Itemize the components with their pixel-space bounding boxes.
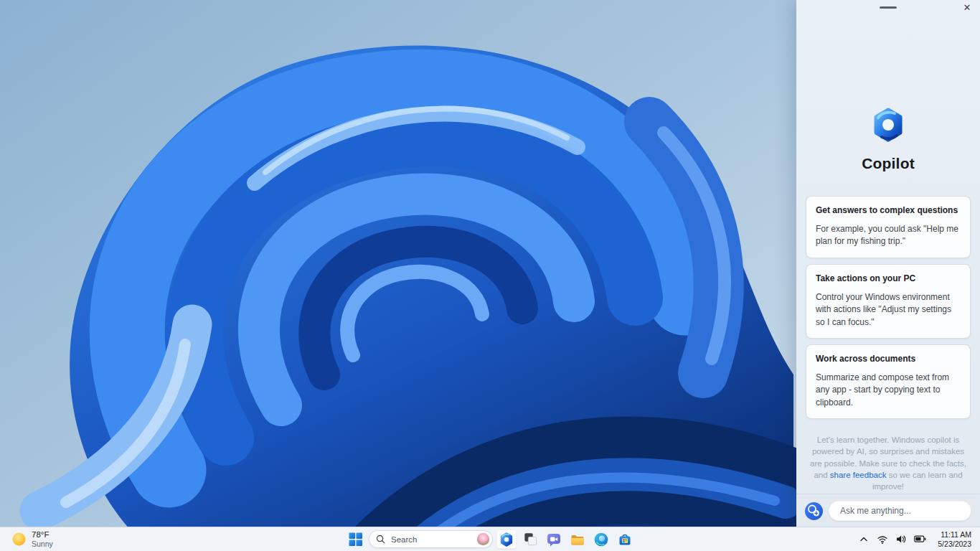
search-input[interactable] — [390, 534, 473, 545]
card-complex-questions[interactable]: Get answers to complex questions For exa… — [806, 196, 971, 258]
system-tray: 11:11 AM 5/23/2023 — [856, 527, 976, 551]
tray-chevron-button[interactable] — [856, 531, 872, 548]
weather-text: 78°F Sunny — [32, 530, 53, 547]
task-view-button[interactable] — [520, 529, 540, 549]
clock[interactable]: 11:11 AM 5/23/2023 — [933, 529, 976, 549]
card-work-documents[interactable]: Work across documents Summarize and comp… — [806, 344, 971, 419]
weather-widget[interactable]: 78°F Sunny — [7, 527, 57, 551]
wifi-icon — [877, 534, 888, 545]
chat-button[interactable] — [544, 529, 564, 549]
panel-title: Copilot — [796, 155, 980, 172]
chevron-up-icon — [859, 535, 868, 543]
minimize-icon[interactable] — [880, 6, 897, 9]
card-body: Summarize and compose text from any app … — [816, 372, 961, 409]
windows-start-icon — [349, 532, 362, 546]
taskbar-copilot-button[interactable] — [496, 529, 517, 549]
suggestion-cards: Get answers to complex questions For exa… — [796, 196, 980, 419]
weather-condition: Sunny — [32, 540, 53, 548]
file-explorer-icon — [570, 532, 585, 547]
edge-button[interactable] — [591, 529, 611, 549]
card-body: For example, you could ask "Help me plan… — [816, 223, 961, 248]
bloom-wallpaper-art — [0, 0, 796, 551]
edge-icon — [594, 532, 608, 547]
lotus-flower-badge[interactable] — [477, 533, 489, 545]
volume-button[interactable] — [893, 531, 909, 548]
weather-temperature: 78°F — [32, 530, 53, 539]
card-title: Take actions on your PC — [816, 273, 961, 283]
copilot-panel: ✕ Copilot Get answers to complex questio… — [796, 0, 980, 527]
panel-hero: Copilot — [796, 16, 980, 172]
close-icon[interactable]: ✕ — [960, 1, 974, 14]
store-button[interactable] — [615, 529, 635, 549]
search-icon — [376, 534, 385, 544]
taskbar: 78°F Sunny — [0, 527, 980, 551]
volume-icon — [895, 534, 907, 545]
battery-icon — [914, 535, 926, 543]
taskbar-center — [345, 527, 635, 551]
store-icon — [618, 532, 632, 547]
card-body: Control your Windows environment with ac… — [816, 291, 961, 329]
disclaimer-text: Let's learn together. Windows copilot is… — [807, 434, 969, 493]
start-button[interactable] — [345, 529, 365, 549]
ask-input-pill — [829, 501, 971, 521]
copilot-avatar-icon[interactable] — [805, 502, 823, 520]
panel-footer — [796, 494, 980, 527]
copilot-logo-icon — [871, 108, 905, 142]
clock-time: 11:11 AM — [938, 530, 971, 539]
task-view-icon — [524, 532, 537, 546]
disclaimer-after: so we can learn and improve! — [872, 471, 963, 491]
screen: ✕ Copilot Get answers to complex questio… — [0, 0, 980, 551]
ask-input[interactable] — [839, 505, 961, 517]
card-title: Work across documents — [816, 354, 961, 364]
file-explorer-button[interactable] — [567, 529, 588, 549]
desktop-wallpaper — [0, 0, 796, 551]
clock-date: 5/23/2023 — [938, 540, 971, 548]
chat-icon — [547, 532, 561, 547]
sun-icon — [11, 532, 27, 547]
wifi-button[interactable] — [875, 531, 890, 548]
card-take-actions[interactable]: Take actions on your PC Control your Win… — [806, 264, 971, 339]
panel-titlebar: ✕ — [796, 0, 980, 16]
share-feedback-link[interactable]: share feedback — [830, 471, 887, 479]
card-title: Get answers to complex questions — [816, 205, 961, 215]
copilot-icon — [499, 532, 514, 547]
battery-button[interactable] — [912, 531, 928, 548]
search-box[interactable] — [369, 530, 493, 548]
